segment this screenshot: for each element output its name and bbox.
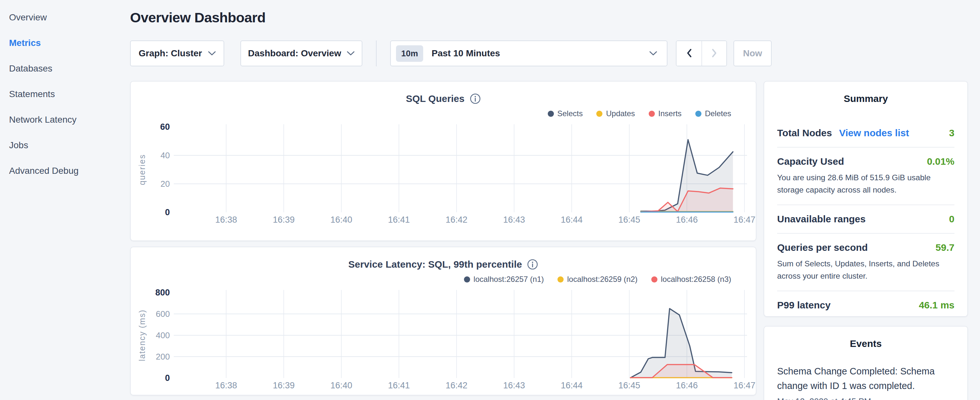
svg-text:latency (ms): latency (ms) (137, 309, 146, 361)
svg-text:16:43: 16:43 (503, 215, 525, 225)
sidebar-item-network-latency[interactable]: Network Latency (0, 107, 130, 132)
svg-text:16:44: 16:44 (561, 381, 583, 390)
db-console-metrics-page: { "colors": { "accent_blue": "#2a7ceb", … (0, 0, 980, 400)
toolbar-divider (376, 40, 377, 66)
toolbar: Graph: Cluster Dashboard: Overview 10m P… (130, 40, 772, 66)
stat-value: 3 (949, 127, 955, 139)
stat-label: Total Nodes (777, 127, 832, 139)
legend-item: Deletes (695, 109, 731, 118)
svg-text:200: 200 (156, 352, 170, 362)
svg-text:600: 600 (156, 309, 170, 319)
events-panel: Events Schema Change Completed: Schema c… (764, 326, 968, 400)
svg-text:0: 0 (165, 373, 170, 383)
legend-item: Updates (596, 109, 635, 118)
time-step-buttons (676, 40, 727, 66)
svg-text:16:42: 16:42 (445, 215, 468, 225)
svg-text:16:42: 16:42 (445, 381, 468, 390)
series-color-dot (596, 111, 603, 117)
svg-text:16:41: 16:41 (388, 215, 410, 225)
svg-text:16:41: 16:41 (388, 381, 410, 390)
sql-queries-chart-card: SQL Queries Selects Updates Inserts Dele… (130, 81, 756, 241)
svg-text:queries: queries (137, 154, 146, 185)
summary-row-p99-latency: P99 latency 46.1 ms (777, 291, 955, 319)
sidebar-item-advanced-debug[interactable]: Advanced Debug (0, 158, 130, 183)
chart-title: Service Latency: SQL, 99th percentile (348, 259, 522, 270)
dashboard-label: Dashboard: Overview (248, 48, 341, 59)
legend-item: localhost:26259 (n2) (557, 275, 637, 284)
legend-item: Inserts (649, 109, 682, 118)
chevron-down-icon (347, 51, 355, 56)
svg-text:16:38: 16:38 (215, 381, 237, 390)
stat-value: 0.01% (927, 156, 955, 167)
info-icon[interactable] (527, 259, 538, 270)
series-color-dot (464, 276, 470, 282)
time-window-label: Past 10 Minutes (431, 48, 644, 59)
summary-row-unavailable-ranges: Unavailable ranges 0 (777, 205, 955, 234)
svg-text:16:46: 16:46 (676, 215, 698, 225)
series-color-dot (651, 276, 657, 282)
svg-text:40: 40 (161, 150, 170, 160)
svg-text:16:40: 16:40 (330, 215, 352, 225)
view-nodes-list-link[interactable]: View nodes list (839, 127, 909, 139)
page-title: Overview Dashboard (130, 10, 266, 25)
graph-scope-label: Graph: Cluster (138, 48, 202, 59)
svg-text:16:44: 16:44 (561, 215, 583, 225)
svg-text:16:43: 16:43 (503, 381, 525, 390)
summary-row-capacity-used: Capacity Used 0.01% You are using 28.6 M… (777, 148, 955, 205)
svg-text:16:46: 16:46 (676, 381, 698, 390)
info-icon[interactable] (470, 93, 481, 104)
legend-item: localhost:26258 (n3) (651, 275, 731, 284)
event-list-item: Schema Change Completed: Schema change w… (777, 364, 955, 400)
svg-text:16:45: 16:45 (618, 215, 640, 225)
svg-text:16:45: 16:45 (618, 381, 640, 390)
stat-label: Capacity Used (777, 156, 844, 167)
summary-title: Summary (777, 93, 955, 104)
stat-value: 46.1 ms (919, 300, 955, 311)
next-time-window-button[interactable] (702, 41, 726, 66)
svg-text:16:39: 16:39 (273, 381, 295, 390)
chart-title: SQL Queries (406, 93, 464, 104)
series-color-dot (695, 111, 702, 117)
stat-description: Sum of Selects, Updates, Inserts, and De… (777, 258, 955, 282)
stat-label: P99 latency (777, 300, 830, 311)
series-color-dot (548, 111, 554, 117)
series-color-dot (557, 276, 563, 282)
sidebar-item-overview[interactable]: Overview (0, 5, 130, 30)
sidebar-item-databases[interactable]: Databases (0, 56, 130, 81)
sidebar: Overview Metrics Databases Statements Ne… (0, 0, 130, 183)
service-latency-chart-card: Service Latency: SQL, 99th percentile lo… (130, 247, 756, 395)
time-window-dropdown[interactable]: 10m Past 10 Minutes (390, 40, 667, 66)
previous-time-window-button[interactable] (676, 41, 702, 66)
svg-text:16:38: 16:38 (215, 215, 237, 225)
summary-row-total-nodes: Total Nodes View nodes list 3 (777, 119, 955, 148)
event-timestamp: May 13, 2020 at 4:45 PM (777, 397, 955, 400)
dashboard-dropdown[interactable]: Dashboard: Overview (240, 40, 362, 66)
graph-scope-dropdown[interactable]: Graph: Cluster (130, 40, 224, 66)
service-latency-chart-plot[interactable]: 16:3816:3916:4016:4116:4216:4316:4416:45… (131, 285, 756, 395)
svg-text:800: 800 (155, 288, 170, 297)
svg-text:60: 60 (160, 122, 170, 132)
now-button[interactable]: Now (733, 40, 772, 66)
svg-text:16:39: 16:39 (273, 215, 295, 225)
stat-value: 59.7 (935, 242, 955, 253)
legend-item: localhost:26257 (n1) (464, 275, 544, 284)
summary-row-queries-per-second: Queries per second 59.7 Sum of Selects, … (777, 234, 955, 291)
sidebar-item-statements[interactable]: Statements (0, 81, 130, 107)
summary-panel: Summary Total Nodes View nodes list 3 Ca… (764, 81, 968, 317)
events-title: Events (777, 338, 955, 349)
time-window-badge: 10m (396, 45, 423, 62)
chevron-left-icon (686, 48, 692, 59)
svg-text:16:47: 16:47 (733, 381, 756, 390)
event-text: Schema Change Completed: Schema change w… (777, 364, 955, 393)
chevron-down-icon (208, 51, 216, 56)
svg-text:20: 20 (161, 179, 170, 189)
sidebar-item-jobs[interactable]: Jobs (0, 132, 130, 158)
sql-queries-chart-plot[interactable]: 16:3816:3916:4016:4116:4216:4316:4416:45… (131, 120, 756, 230)
svg-text:400: 400 (156, 330, 170, 340)
chart-legend: localhost:26257 (n1) localhost:26259 (n2… (131, 274, 756, 284)
svg-text:16:47: 16:47 (733, 215, 756, 225)
svg-text:16:40: 16:40 (330, 381, 352, 390)
legend-item: Selects (548, 109, 583, 118)
sidebar-item-metrics[interactable]: Metrics (0, 30, 130, 56)
stat-value: 0 (949, 214, 955, 225)
